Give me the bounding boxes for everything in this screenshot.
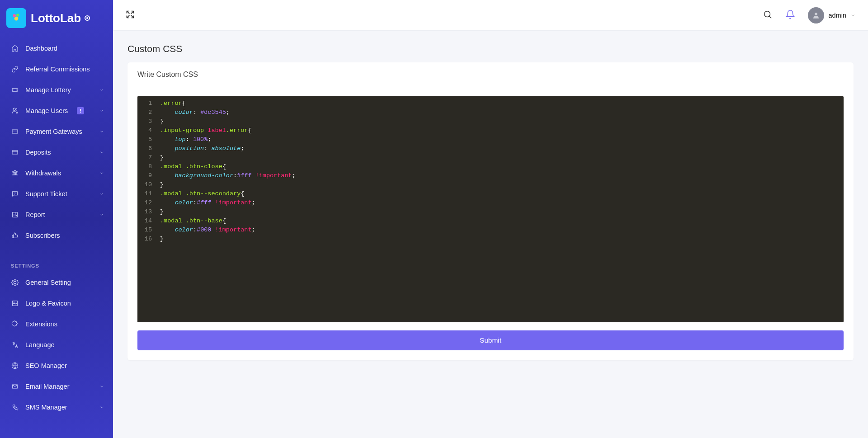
notifications-icon[interactable] [785,9,795,21]
card-icon [11,148,19,156]
sidebar-menu-main: DashboardReferral CommissionsManage Lott… [0,38,113,255]
sidebar-item-label: Manage Lottery [25,86,71,94]
globe-icon [11,362,19,370]
sidebar-item-general-setting[interactable]: General Setting [0,272,113,293]
chevron-down-icon [99,128,104,135]
sidebar-item-deposits[interactable]: Deposits [0,142,113,163]
chevron-down-icon [99,149,104,156]
sidebar-item-support-ticket[interactable]: Support Ticket [0,184,113,204]
brand-dot-icon [85,15,90,21]
chevron-down-icon [99,211,104,218]
code-line[interactable]: color: #dc3545; [160,108,839,117]
sidebar-item-label: General Setting [25,279,71,286]
custom-css-card: Write Custom CSS 12345678910111213141516… [127,62,854,360]
sidebar-item-manage-lottery[interactable]: Manage Lottery [0,80,113,100]
chevron-down-icon [99,107,104,114]
code-line[interactable]: } [160,207,839,217]
sidebar-item-label: Manage Users [25,107,68,114]
code-line[interactable]: } [160,153,839,162]
sidebar-badge: ! [77,107,84,114]
code-line[interactable]: background-color:#fff !important; [160,171,839,180]
sidebar-item-withdrawals[interactable]: Withdrawals [0,163,113,184]
code-line[interactable]: } [160,117,839,126]
chevron-down-icon [851,11,855,19]
link-icon [11,65,19,73]
svg-point-2 [14,17,19,21]
sidebar-item-label: Payment Gateways [25,128,82,135]
search-icon[interactable] [763,9,773,21]
report-icon [11,211,19,219]
avatar [808,7,824,24]
chevron-down-icon [99,404,104,411]
gear-icon [11,278,19,287]
sidebar-item-language[interactable]: Language [0,334,113,355]
sidebar-item-report[interactable]: Report [0,204,113,225]
sidebar-item-extensions[interactable]: Extensions [0,314,113,334]
css-editor[interactable]: 12345678910111213141516 .error{ color: #… [137,96,844,322]
submit-button[interactable]: Submit [137,330,844,350]
bank-icon [11,169,19,177]
code-line[interactable]: .input-group label.error{ [160,126,839,135]
svg-point-0 [13,14,16,17]
lang-icon [11,341,19,349]
user-name: admin [829,12,847,19]
sidebar-item-label: Extensions [25,320,57,328]
sidebar-item-email-manager[interactable]: Email Manager [0,376,113,397]
ticket-icon [11,86,19,94]
code-line[interactable]: .modal .btn--secondary{ [160,189,839,198]
code-line[interactable]: } [160,180,839,189]
sidebar-item-sms-manager[interactable]: SMS Manager [0,397,113,418]
card-icon [11,127,19,136]
mail-icon [11,382,19,391]
brand-name: LottoLab [31,11,90,25]
sidebar-settings-heading: SETTINGS [0,255,113,272]
sidebar-item-label: Withdrawals [25,170,61,177]
puzzle-icon [11,320,19,328]
sidebar-item-label: Email Manager [25,383,70,390]
svg-point-3 [764,11,770,17]
chevron-down-icon [99,170,104,177]
sidebar-item-label: SMS Manager [25,404,67,411]
thumb-icon [11,231,19,240]
sidebar-item-label: Deposits [25,149,51,156]
sidebar-item-label: Support Ticket [25,190,67,198]
brand-logo-icon [6,8,26,28]
sidebar-menu-settings: General SettingLogo & FaviconExtensionsL… [0,272,113,427]
home-icon [11,44,19,52]
sidebar-item-payment-gateways[interactable]: Payment Gateways [0,121,113,142]
code-line[interactable]: color:#000 !important; [160,226,839,235]
sidebar-item-label: Report [25,211,45,218]
sidebar-item-manage-users[interactable]: Manage Users! [0,100,113,121]
sidebar-item-logo-favicon[interactable]: Logo & Favicon [0,293,113,314]
topbar: admin [113,0,868,31]
brand-logo[interactable]: LottoLab [0,0,113,38]
sidebar-toggle-icon[interactable] [126,10,135,21]
code-line[interactable]: .modal .btn-close{ [160,162,839,171]
chevron-down-icon [99,190,104,198]
code-line[interactable]: .error{ [160,99,839,108]
phone-icon [11,403,19,411]
code-line[interactable]: top: 100%; [160,135,839,144]
code-line[interactable]: } [160,235,839,244]
sidebar-item-label: Logo & Favicon [25,300,71,307]
sidebar-item-seo-manager[interactable]: SEO Manager [0,355,113,376]
sidebar-item-label: SEO Manager [25,362,67,369]
sidebar: LottoLab DashboardReferral CommissionsMa… [0,0,113,438]
code-line[interactable]: .modal .btn--base{ [160,217,839,226]
sidebar-item-label: Subscribers [25,232,60,239]
user-menu[interactable]: admin [808,7,856,24]
inbox-icon [11,190,19,198]
code-line[interactable]: position: absolute; [160,144,839,153]
sidebar-item-label: Language [25,341,55,349]
editor-code[interactable]: .error{ color: #dc3545;}.input-group lab… [156,96,844,322]
code-line[interactable]: color:#fff !important; [160,198,839,207]
sidebar-item-label: Dashboard [25,45,57,52]
sidebar-item-subscribers[interactable]: Subscribers [0,225,113,246]
sidebar-item-dashboard[interactable]: Dashboard [0,38,113,59]
chevron-down-icon [99,383,104,390]
page-header: Custom CSS [113,31,868,62]
page-title: Custom CSS [127,43,854,54]
sidebar-item-referral-commissions[interactable]: Referral Commissions [0,59,113,80]
chevron-down-icon [99,86,104,94]
card-title: Write Custom CSS [127,62,854,87]
